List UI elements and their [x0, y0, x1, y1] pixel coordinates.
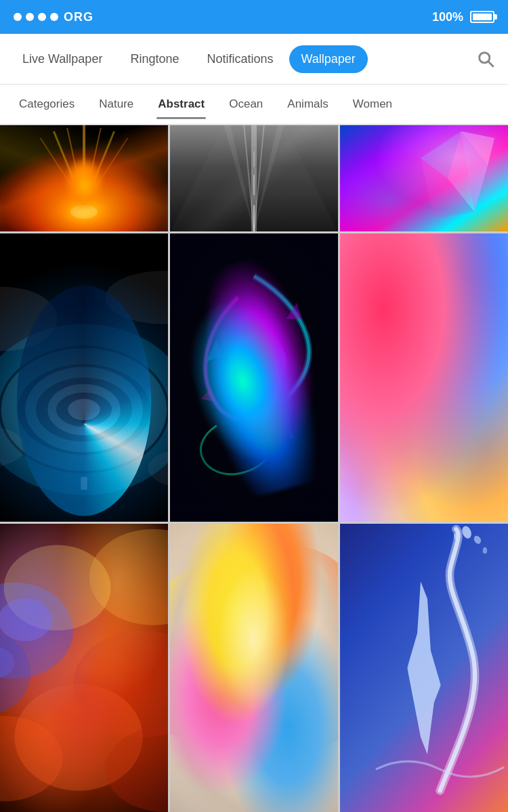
fire-svg [0, 125, 168, 231]
svg-point-26 [9, 356, 159, 463]
svg-point-65 [206, 625, 270, 679]
wallpaper-grid [0, 125, 508, 812]
category-navigation: Categories Nature Abstract Ocean Animals… [0, 85, 508, 125]
battery-fill [473, 14, 492, 20]
wallpaper-abstract-swirl[interactable] [170, 233, 338, 522]
svg-marker-37 [206, 340, 222, 362]
wallpaper-paint-splash[interactable] [170, 524, 338, 812]
battery-percent: 100% [432, 10, 463, 24]
svg-rect-41 [340, 233, 508, 522]
gradient-blob-svg [340, 233, 508, 522]
svg-point-61 [195, 593, 313, 690]
tab-ringtone[interactable]: Ringtone [118, 45, 191, 73]
svg-rect-43 [340, 233, 508, 522]
search-icon [476, 49, 495, 68]
svg-marker-21 [421, 131, 461, 178]
tab-live-wallpaper[interactable]: Live Wallpaper [10, 45, 114, 73]
wallpaper-row-3 [0, 524, 508, 812]
svg-rect-34 [81, 477, 87, 490]
carrier-label: ORG [64, 10, 93, 24]
svg-point-51 [14, 684, 142, 791]
paint-svg [170, 524, 338, 812]
wallpaper-row-2 [0, 233, 508, 522]
svg-marker-39 [276, 420, 294, 438]
svg-line-1 [488, 62, 494, 67]
cat-abstract[interactable]: Abstract [146, 91, 217, 118]
svg-line-8 [84, 131, 114, 205]
tab-wallpaper[interactable]: Wallpaper [289, 45, 368, 73]
svg-rect-45 [0, 524, 168, 812]
tab-notifications[interactable]: Notifications [194, 45, 285, 73]
cat-nature[interactable]: Nature [87, 91, 146, 118]
svg-marker-40 [200, 388, 217, 403]
svg-rect-3 [0, 125, 168, 231]
svg-marker-23 [461, 131, 495, 165]
svg-line-5 [67, 128, 84, 205]
svg-point-11 [70, 205, 98, 219]
svg-point-48 [4, 545, 111, 631]
svg-point-55 [0, 646, 14, 678]
svg-point-53 [106, 727, 168, 812]
svg-point-63 [254, 556, 329, 609]
svg-rect-44 [340, 233, 508, 522]
svg-point-50 [73, 631, 168, 738]
svg-marker-20 [461, 131, 488, 212]
wallpaper-gradient-blob[interactable] [340, 233, 508, 522]
wallpaper-content [0, 125, 508, 812]
svg-rect-42 [340, 233, 508, 522]
status-right: 100% [432, 10, 494, 24]
cat-ocean[interactable]: Ocean [217, 91, 275, 118]
svg-point-52 [0, 716, 62, 801]
wallpaper-colorful-clouds[interactable] [0, 524, 168, 812]
svg-point-64 [200, 620, 308, 705]
crystal-svg [340, 125, 508, 231]
svg-marker-22 [421, 158, 474, 219]
svg-rect-66 [340, 524, 508, 812]
svg-line-10 [84, 138, 127, 205]
svg-point-29 [68, 399, 100, 421]
wallpaper-vortex[interactable] [0, 233, 168, 522]
wallpaper-road[interactable] [170, 125, 338, 231]
svg-line-9 [41, 138, 84, 205]
signal-dots [14, 13, 58, 21]
svg-rect-2 [0, 125, 168, 231]
road-svg [170, 125, 338, 231]
signal-dot-1 [14, 13, 22, 21]
svg-rect-36 [170, 233, 338, 522]
wallpaper-fire[interactable] [0, 125, 168, 231]
wallpaper-water-splash[interactable] [340, 524, 508, 812]
svg-point-58 [217, 545, 338, 652]
svg-marker-38 [286, 303, 302, 319]
cat-women[interactable]: Women [341, 91, 404, 118]
svg-rect-18 [340, 125, 508, 231]
search-button[interactable] [473, 47, 498, 71]
status-bar: ORG 100% [0, 0, 508, 34]
svg-line-4 [54, 131, 84, 205]
cat-animals[interactable]: Animals [275, 91, 340, 118]
battery-icon [470, 11, 494, 23]
vortex-svg [0, 233, 168, 522]
svg-point-70 [483, 547, 487, 554]
signal-dot-2 [26, 13, 34, 21]
svg-line-14 [254, 125, 264, 231]
signal-dot-3 [38, 13, 46, 21]
wallpaper-crystal[interactable] [340, 125, 508, 231]
tab-navigation: Live Wallpaper Ringtone Notifications Wa… [0, 34, 508, 85]
svg-point-60 [228, 620, 338, 748]
water-svg [340, 524, 508, 812]
cat-categories[interactable]: Categories [7, 91, 87, 118]
svg-rect-12 [170, 125, 338, 231]
svg-point-46 [0, 583, 73, 679]
clouds-svg [0, 524, 168, 812]
svg-point-62 [184, 572, 270, 636]
svg-point-57 [170, 561, 302, 679]
svg-line-13 [244, 125, 254, 231]
svg-rect-35 [0, 233, 168, 522]
svg-point-59 [170, 625, 276, 743]
svg-point-28 [52, 388, 117, 431]
svg-point-49 [89, 529, 168, 625]
signal-dot-4 [50, 13, 58, 21]
svg-point-54 [0, 598, 52, 641]
swirl-svg [170, 233, 338, 522]
wallpaper-row-1 [0, 125, 508, 231]
